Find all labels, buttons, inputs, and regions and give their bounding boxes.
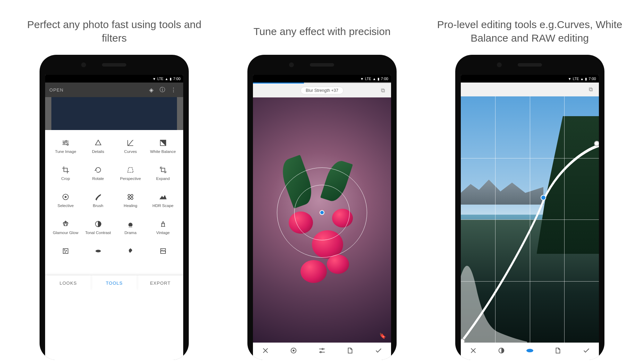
crop-icon [61, 165, 70, 175]
lte-label: LTE [157, 77, 163, 81]
info-icon[interactable]: ⓘ [157, 86, 168, 94]
edit-toolbar [253, 343, 391, 360]
cancel-button[interactable] [257, 347, 274, 356]
pop-icon [159, 246, 167, 256]
panel-pro: Pro-level editing tools e.g.Curves, Whit… [436, 10, 624, 360]
tool-drama[interactable]: Drama [114, 219, 147, 246]
grainy-film-icon [61, 246, 70, 256]
signal-icon: ▲ [373, 77, 376, 81]
tool-vintage[interactable]: Vintage [147, 219, 179, 246]
channel-eye-icon[interactable] [522, 347, 538, 356]
wifi-icon: ▼ [152, 77, 156, 81]
svg-point-13 [65, 252, 66, 252]
curves-icon [126, 138, 135, 148]
tool-expand[interactable]: Expand [147, 165, 179, 192]
compare-icon[interactable]: ⧉ [381, 87, 385, 94]
tool-hdr-scape[interactable]: HDR Scape [147, 192, 179, 219]
white-balance-icon [159, 138, 167, 148]
glamour-glow-icon [61, 219, 70, 229]
tune-image-icon [61, 138, 70, 148]
svg-point-2 [67, 144, 68, 145]
battery-icon: ▮ [378, 77, 380, 81]
clock: 7:00 [588, 77, 596, 81]
details-icon [94, 138, 102, 148]
signal-icon: ▲ [580, 77, 584, 81]
sliders-icon[interactable] [314, 347, 330, 356]
svg-point-17 [322, 348, 323, 350]
tool-grunge[interactable] [114, 246, 147, 273]
tab-looks[interactable]: LOOKS [45, 275, 91, 291]
tool-rotate[interactable]: Rotate [82, 165, 115, 192]
sheet-tabs: LOOKS TOOLS EXPORT [45, 275, 183, 291]
svg-point-18 [320, 352, 321, 353]
tool-tune-image[interactable]: Tune Image [49, 138, 82, 165]
svg-point-16 [293, 350, 295, 351]
status-bar: ▼ LTE ▲ ▮ 7:00 [253, 75, 391, 83]
battery-icon: ▮ [170, 77, 172, 81]
tool-white-balance[interactable]: White Balance [147, 138, 179, 165]
perspective-icon [126, 165, 135, 175]
blur-shape-icon[interactable] [285, 347, 302, 356]
bookmark-icon[interactable]: 🔖 [379, 333, 386, 339]
tool-grainy-film[interactable] [49, 246, 82, 273]
dimmed-background: OPEN ◈ ⓘ ⋮ [45, 83, 183, 130]
phone-frame-1: ▼ LTE ▲ ▮ 7:00 OPEN ◈ ⓘ ⋮ [40, 55, 189, 360]
tool-healing[interactable]: Healing [114, 192, 147, 219]
lte-label: LTE [573, 77, 579, 81]
svg-point-0 [66, 140, 67, 142]
tools-sheet: Tune Image Details Curves White Bal [45, 130, 183, 360]
svg-point-12 [66, 250, 67, 251]
photo-canvas[interactable]: 🔖 [253, 97, 391, 343]
tool-brush[interactable]: Brush [82, 192, 115, 219]
layers-icon[interactable]: ◈ [146, 87, 157, 93]
apply-button[interactable] [370, 347, 387, 356]
styles-icon[interactable] [342, 347, 358, 356]
rotate-icon [94, 165, 102, 175]
wifi-icon: ▼ [568, 77, 571, 81]
svg-rect-10 [63, 249, 68, 253]
status-bar: ▼ LTE ▲ ▮ 7:00 [461, 75, 599, 83]
clock: 7:00 [173, 77, 180, 81]
open-button[interactable]: OPEN [49, 87, 146, 93]
tool-pop[interactable] [147, 246, 179, 273]
tool-crop[interactable]: Crop [49, 165, 82, 192]
healing-icon [126, 192, 135, 202]
brush-icon [94, 192, 102, 202]
lte-label: LTE [365, 77, 371, 81]
tab-tools[interactable]: TOOLS [91, 275, 137, 291]
status-bar: ▼ LTE ▲ ▮ 7:00 [45, 75, 183, 83]
selective-icon [61, 192, 70, 202]
grunge-icon [126, 246, 135, 256]
curve-node-shadow[interactable] [461, 338, 465, 343]
more-icon[interactable]: ⋮ [168, 87, 179, 93]
svg-point-1 [63, 142, 65, 144]
app-topbar: OPEN ◈ ⓘ ⋮ [45, 83, 183, 97]
tool-glamour-glow[interactable]: Glamour Glow [49, 219, 82, 246]
tool-retrolux[interactable] [82, 246, 115, 273]
cancel-button[interactable] [465, 347, 482, 356]
tool-selective[interactable]: Selective [49, 192, 82, 219]
effect-chip[interactable]: Blur Strength +37 [300, 87, 344, 94]
tool-curves[interactable]: Curves [114, 138, 147, 165]
retrolux-icon [94, 246, 102, 256]
caption-3: Pro-level editing tools e.g.Curves, Whit… [436, 10, 624, 52]
drama-icon [126, 219, 135, 229]
styles-icon[interactable] [550, 347, 566, 356]
wifi-icon: ▼ [360, 77, 364, 81]
curve-node-highlight[interactable] [594, 141, 599, 146]
signal-icon: ▲ [165, 77, 168, 81]
tab-export[interactable]: EXPORT [137, 275, 184, 291]
compare-icon[interactable]: ⧉ [589, 86, 593, 93]
apply-button[interactable] [578, 347, 595, 356]
tool-perspective[interactable]: Perspective [114, 165, 147, 192]
curves-line[interactable] [461, 96, 599, 343]
expand-icon [159, 165, 167, 175]
photo-canvas[interactable] [461, 96, 599, 343]
edit-toolbar [461, 343, 599, 360]
svg-point-6 [65, 196, 66, 198]
tool-details[interactable]: Details [82, 138, 115, 165]
photo-preview [51, 97, 177, 130]
svg-point-20 [529, 350, 531, 352]
tool-tonal-contrast[interactable]: Tonal Contrast [82, 219, 115, 246]
channel-luminance-icon[interactable] [493, 347, 510, 356]
